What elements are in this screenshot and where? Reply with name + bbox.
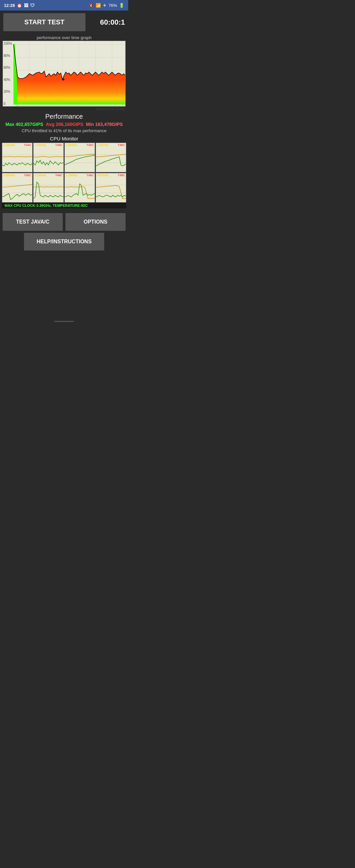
cpu-graph-0: [2, 147, 32, 170]
perf-max: Max 402,657GIPS: [5, 122, 43, 127]
help-instructions-button[interactable]: HELP/INSTRUCTIONS: [24, 233, 104, 251]
cpu-graph-4: [2, 177, 32, 201]
cpu-temp-0: T44C: [24, 143, 31, 147]
cpu-graph-3: [96, 147, 126, 170]
cpu-temp-4: T45C: [24, 174, 31, 177]
cpu-temp-7: T49C: [118, 174, 125, 177]
cpu-temp-2: T45C: [87, 143, 94, 147]
cpu-cell-header-2: 1.92GHz T45C: [65, 143, 95, 147]
cpu-monitor-title: CPU Monitor: [2, 136, 126, 142]
cpu-cell-header-4: 1.92GHz T45C: [2, 173, 32, 177]
status-time: 12:28: [4, 3, 15, 8]
svg-rect-17: [34, 147, 63, 170]
status-bar: 12:28 ⏰ 🖼 🛡 🔇 📶 ✈ 76% 🔋: [0, 0, 128, 10]
cpu-temp-5: T46C: [55, 174, 62, 177]
cpu-grid: 1.34GHz T44C 1.34GHz T46C: [2, 143, 126, 203]
cpu-cell-header-0: 1.34GHz T44C: [2, 143, 32, 147]
test-java-c-button[interactable]: TEST JAVA/C: [3, 213, 63, 231]
cpu-monitor-section: CPU Monitor 1.34GHz T44C: [0, 134, 128, 210]
mute-icon: 🔇: [89, 3, 94, 8]
battery-percent: 76%: [108, 3, 117, 8]
svg-rect-26: [2, 177, 32, 201]
cpu-graph-6: [65, 177, 95, 201]
shield-icon: 🛡: [30, 3, 34, 8]
svg-rect-20: [65, 147, 95, 170]
svg-rect-29: [34, 177, 63, 201]
cpu-freq-4: 1.92GHz: [3, 174, 15, 177]
perf-stats: Max 402,657GIPS Avg 206,160GIPS Min 163,…: [3, 122, 125, 127]
cpu-cell-header-3: 1.92GHz T46C: [96, 143, 126, 147]
max-cpu-info: MAX CPU CLOCK:3.39GHz, TEMPERATURE:92C: [2, 203, 126, 209]
perf-avg: Avg 206,160GIPS: [46, 122, 84, 127]
cpu-cell-7: 0.67GHz T49C: [96, 173, 126, 203]
cpu-freq-2: 1.92GHz: [66, 143, 77, 147]
help-row: HELP/INSTRUCTIONS: [0, 233, 128, 254]
cpu-cell-3: 1.92GHz T46C: [96, 143, 126, 172]
performance-title: Performance: [3, 113, 125, 120]
status-left: 12:28 ⏰ 🖼 🛡: [4, 3, 34, 8]
cpu-temp-1: T46C: [55, 143, 62, 147]
cpu-temp-6: T46C: [87, 174, 94, 177]
cpu-cell-header-5: 1.19GHz T46C: [34, 173, 63, 177]
options-button[interactable]: OPTIONS: [65, 213, 126, 231]
battery-icon: 🔋: [119, 3, 124, 8]
cpu-freq-1: 1.34GHz: [34, 143, 46, 147]
cpu-freq-3: 1.92GHz: [97, 143, 109, 147]
cpu-graph-2: [65, 147, 95, 170]
empty-space: [0, 254, 128, 319]
top-controls: START TEST 60:00:1: [0, 10, 128, 34]
performance-graph: [3, 41, 125, 106]
image-icon: 🖼: [24, 3, 28, 8]
clock-icon: ⏰: [17, 3, 22, 8]
svg-rect-32: [65, 177, 95, 201]
cpu-cell-header-6: 1.19GHz T46C: [65, 173, 95, 177]
bottom-buttons: TEST JAVA/C OPTIONS: [0, 210, 128, 233]
graph-xlabel: time(interval 10min): [3, 107, 126, 111]
svg-rect-35: [96, 177, 126, 201]
cpu-freq-6: 1.19GHz: [66, 174, 77, 177]
cpu-freq-5: 1.19GHz: [34, 174, 46, 177]
cpu-cell-6: 1.19GHz T46C: [64, 173, 95, 203]
graph-container: 100% 80% 60% 40% 20% 0: [3, 41, 126, 106]
svg-rect-23: [96, 147, 126, 170]
svg-rect-14: [2, 147, 32, 170]
cpu-cell-header-1: 1.34GHz T46C: [34, 143, 63, 147]
cpu-cell-0: 1.34GHz T44C: [2, 143, 33, 172]
cpu-freq-7: 0.67GHz: [97, 174, 109, 177]
cpu-freq-0: 1.34GHz: [3, 143, 15, 147]
cpu-cell-header-7: 0.67GHz T49C: [96, 173, 126, 177]
performance-section: Performance Max 402,657GIPS Avg 206,160G…: [0, 111, 128, 134]
perf-throttle: CPU throttled to 41% of its max performa…: [3, 128, 125, 133]
svg-marker-11: [13, 44, 125, 104]
scroll-indicator: [54, 321, 74, 322]
timer-display: 60:00:1: [89, 18, 125, 27]
cpu-cell-4: 1.92GHz T45C: [2, 173, 33, 203]
airplane-icon: ✈: [103, 3, 106, 8]
cpu-graph-5: [34, 177, 63, 201]
cpu-graph-1: [34, 147, 63, 170]
cpu-cell-5: 1.19GHz T46C: [33, 173, 64, 203]
perf-min: Min 163,478GIPS: [86, 122, 123, 127]
graph-section: performance over time graph 100% 80% 60%…: [0, 34, 128, 111]
graph-title: performance over time graph: [3, 35, 126, 40]
cpu-cell-2: 1.92GHz T45C: [64, 143, 95, 172]
cpu-temp-3: T46C: [118, 143, 125, 147]
start-test-button[interactable]: START TEST: [3, 13, 86, 31]
svg-point-13: [62, 79, 64, 81]
cpu-graph-7: [96, 177, 126, 201]
status-right: 🔇 📶 ✈ 76% 🔋: [89, 3, 124, 8]
wifi-icon: 📶: [96, 3, 101, 8]
cpu-cell-1: 1.34GHz T46C: [33, 143, 64, 172]
